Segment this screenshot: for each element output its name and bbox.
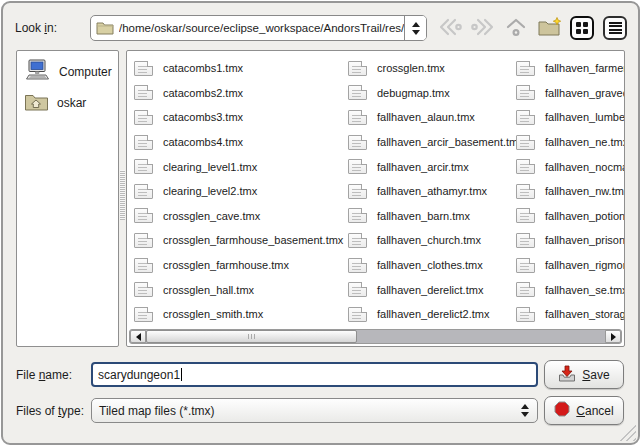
file-item[interactable]: fallhaven_graved (513, 81, 625, 106)
file-item[interactable]: fallhaven_nocma (513, 154, 625, 179)
document-icon (134, 159, 153, 174)
file-item[interactable]: fallhaven_se.tmx (513, 277, 625, 302)
places-sidebar: Computer oskar (16, 50, 119, 347)
document-icon (348, 258, 367, 273)
file-type-row: Files of type: Tiled map files (*.tmx) C… (16, 396, 624, 425)
file-item[interactable]: fallhaven_arcir_basement.tmx (345, 130, 513, 155)
horizontal-scrollbar[interactable] (129, 329, 622, 344)
file-item[interactable]: fallhaven_nw.tmx (513, 179, 625, 204)
back-button[interactable] (437, 15, 463, 41)
document-icon (516, 233, 535, 248)
file-item[interactable]: clearing_level2.tmx (131, 179, 345, 204)
file-item[interactable]: fallhaven_church.tmx (345, 228, 513, 253)
home-folder-icon (24, 92, 49, 114)
file-item[interactable]: crossglen.tmx (345, 56, 513, 81)
file-item[interactable]: catacombs3.tmx (131, 105, 345, 130)
file-item[interactable]: fallhaven_prison (513, 228, 625, 253)
file-item[interactable]: fallhaven_derelict.tmx (345, 277, 513, 302)
file-name-text: fallhaven_graved (545, 87, 625, 99)
file-item[interactable]: crossglen_smith.tmx (131, 302, 345, 327)
document-icon (134, 85, 153, 100)
sidebar-item-label: oskar (57, 96, 86, 110)
location-bar: Look in: /home/oskar/source/eclipse_work… (15, 14, 628, 42)
file-name-text: fallhaven_clothes.tmx (377, 259, 483, 271)
file-item[interactable]: debugmap.tmx (345, 81, 513, 106)
cancel-button[interactable]: Cancel (544, 396, 624, 425)
document-icon (134, 307, 153, 322)
file-name-text: fallhaven_athamyr.tmx (377, 185, 487, 197)
path-combobox[interactable]: /home/oskar/source/eclipse_workspace/And… (90, 15, 427, 41)
file-item[interactable]: fallhaven_lumber (513, 105, 625, 130)
file-item[interactable]: catacombs1.tmx (131, 56, 345, 81)
file-name-text: fallhaven_prison (545, 234, 625, 246)
grid-view-button[interactable] (569, 15, 595, 41)
file-name-text: fallhaven_nocma (545, 161, 625, 173)
combo-spinner-icon[interactable] (404, 16, 426, 40)
new-folder-button[interactable] (536, 15, 562, 41)
back-icon (438, 18, 462, 39)
file-item[interactable]: crossglen_cave.tmx (131, 204, 345, 229)
document-icon (348, 135, 367, 150)
file-name-text: catacombs3.tmx (163, 111, 243, 123)
file-item[interactable]: catacombs2.tmx (131, 81, 345, 106)
document-icon (348, 233, 367, 248)
file-item[interactable]: crossglen_farmhouse.tmx (131, 253, 345, 278)
text-cursor (181, 368, 182, 381)
file-item[interactable]: fallhaven_arcir.tmx (345, 154, 513, 179)
file-item[interactable]: fallhaven_potion (513, 204, 625, 229)
file-name-text: fallhaven_derelict2.tmx (377, 308, 490, 320)
scrollbar-thumb[interactable] (146, 330, 357, 343)
sidebar-item-oskar[interactable]: oskar (17, 87, 118, 118)
sidebar-item-computer[interactable]: Computer (17, 56, 118, 87)
file-item[interactable]: fallhaven_farmer (513, 56, 625, 81)
file-item[interactable]: fallhaven_alaun.tmx (345, 105, 513, 130)
document-icon (134, 233, 153, 248)
document-icon (134, 61, 153, 76)
document-icon (348, 282, 367, 297)
file-name-text: fallhaven_farmer (545, 62, 625, 74)
file-item[interactable]: fallhaven_barn.tmx (345, 204, 513, 229)
file-item[interactable]: clearing_level1.tmx (131, 154, 345, 179)
up-folder-button[interactable] (503, 15, 529, 41)
document-icon (348, 208, 367, 223)
file-name-text: fallhaven_arcir.tmx (377, 161, 469, 173)
file-name-text: crossglen_hall.tmx (163, 284, 254, 296)
file-item[interactable]: crossglen_farmhouse_basement.tmx (131, 228, 345, 253)
scroll-left-button[interactable] (130, 330, 146, 343)
file-item[interactable]: fallhaven_derelict2.tmx (345, 302, 513, 327)
forward-button[interactable] (470, 15, 496, 41)
document-icon (516, 307, 535, 322)
cancel-button-label: Cancel (576, 404, 613, 418)
scroll-right-button[interactable] (605, 330, 621, 343)
file-name-text: fallhaven_rigmor (545, 259, 625, 271)
list-view-icon (603, 16, 627, 40)
sidebar-splitter-handle[interactable] (119, 50, 126, 347)
file-name-input[interactable]: scarydungeon1 (91, 362, 538, 387)
file-name-text: fallhaven_ne.tmx (545, 136, 625, 148)
file-item[interactable]: fallhaven_athamyr.tmx (345, 179, 513, 204)
up-folder-icon (505, 17, 527, 40)
file-item[interactable]: fallhaven_rigmor (513, 253, 625, 278)
file-name-text: fallhaven_derelict.tmx (377, 284, 483, 296)
file-item[interactable]: fallhaven_storag (513, 302, 625, 327)
list-view-button[interactable] (602, 15, 628, 41)
file-item[interactable]: fallhaven_clothes.tmx (345, 253, 513, 278)
document-icon (134, 282, 153, 297)
file-item[interactable]: crossglen_hall.tmx (131, 277, 345, 302)
file-name-value: scarydungeon1 (98, 368, 180, 382)
document-icon (134, 184, 153, 199)
file-item[interactable]: catacombs4.tmx (131, 130, 345, 155)
save-icon (558, 365, 576, 385)
document-icon (348, 307, 367, 322)
file-type-value: Tiled map files (*.tmx) (99, 404, 215, 418)
file-name-text: debugmap.tmx (377, 87, 450, 99)
file-list-panel: catacombs1.tmxcatacombs2.tmxcatacombs3.t… (126, 50, 625, 347)
document-icon (516, 208, 535, 223)
document-icon (134, 258, 153, 273)
file-type-combobox[interactable]: Tiled map files (*.tmx) (91, 398, 538, 423)
file-name-text: crossglen_cave.tmx (163, 210, 260, 222)
file-item[interactable]: fallhaven_ne.tmx (513, 130, 625, 155)
look-in-label: Look in: (15, 21, 90, 35)
forward-icon (471, 18, 495, 39)
save-button[interactable]: Save (544, 360, 624, 389)
